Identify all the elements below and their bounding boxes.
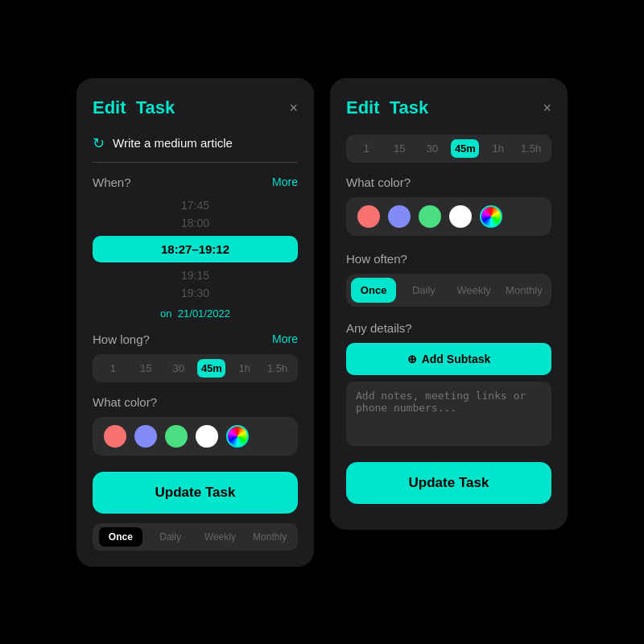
- add-subtask-label: Add Subtask: [422, 353, 491, 365]
- freq-once-left[interactable]: Once: [99, 527, 142, 547]
- r-duration-1[interactable]: 1: [353, 139, 381, 158]
- task-name-label: Write a medium article: [113, 136, 298, 150]
- color-rainbow-left[interactable]: [226, 425, 249, 448]
- r-freq-once[interactable]: Once: [351, 278, 396, 303]
- r-duration-30[interactable]: 30: [419, 139, 447, 158]
- freq-row-right: Once Daily Weekly Monthly: [346, 274, 551, 307]
- freq-monthly-left[interactable]: Monthly: [248, 527, 291, 547]
- time-item-1930: 19:30: [181, 285, 209, 301]
- color-red-left[interactable]: [104, 425, 126, 448]
- how-long-section-header: How long? More: [93, 332, 298, 346]
- update-task-button-left[interactable]: Update Task: [93, 472, 298, 514]
- r-duration-45m[interactable]: 45m: [451, 139, 479, 158]
- date-prefix: on: [160, 308, 171, 320]
- what-color-label-right: What color?: [346, 175, 551, 189]
- when-section-header: When? More: [93, 175, 298, 189]
- notes-textarea[interactable]: [346, 382, 551, 446]
- update-task-button-right[interactable]: Update Task: [346, 462, 551, 504]
- how-long-more-link[interactable]: More: [272, 332, 298, 345]
- duration-1-5h[interactable]: 1.5h: [263, 359, 291, 378]
- color-green-right[interactable]: [419, 205, 441, 228]
- duration-15[interactable]: 15: [132, 359, 160, 378]
- any-details-label: Any details?: [346, 321, 551, 335]
- color-row-right: [346, 197, 551, 236]
- frequency-row-left: Once Daily Weekly Monthly: [93, 523, 298, 551]
- left-panel-title: Edit Task: [93, 97, 175, 118]
- r-duration-1-5h[interactable]: 1.5h: [517, 139, 545, 158]
- time-scroll: 17:45 18:00 18:27–19:12 19:15 19:30: [93, 197, 298, 301]
- right-panel-header: Edit Task ×: [346, 97, 551, 118]
- title-task-text: Task: [136, 97, 175, 118]
- time-item-1800: 18:00: [181, 215, 209, 231]
- time-selected[interactable]: 18:27–19:12: [93, 236, 298, 262]
- r-duration-15[interactable]: 15: [386, 139, 414, 158]
- color-red-right[interactable]: [357, 205, 380, 228]
- color-purple-right[interactable]: [388, 205, 411, 228]
- duration-45m[interactable]: 45m: [197, 359, 225, 378]
- how-often-label: How often?: [346, 252, 551, 266]
- title-edit-text: Edit: [93, 97, 126, 118]
- right-title-task-text: Task: [390, 97, 429, 118]
- right-panel-title: Edit Task: [346, 97, 428, 118]
- add-subtask-button[interactable]: ⊕ Add Subtask: [346, 343, 551, 375]
- duration-row-right: 1 15 30 45m 1h 1.5h: [346, 134, 551, 163]
- duration-1h[interactable]: 1h: [230, 359, 258, 378]
- right-panel: Edit Task × 1 15 30 45m 1h 1.5h What col…: [330, 78, 568, 530]
- how-long-label: How long?: [93, 332, 150, 346]
- r-freq-monthly[interactable]: Monthly: [502, 278, 547, 303]
- left-panel: Edit Task × ↻ Write a medium article Whe…: [76, 78, 314, 567]
- color-white-left[interactable]: [196, 425, 218, 448]
- color-purple-left[interactable]: [134, 425, 157, 448]
- date-label: on 21/01/2022: [93, 308, 298, 320]
- color-row-left: [93, 417, 298, 456]
- when-label: When?: [93, 175, 131, 189]
- task-name-row: ↻ Write a medium article: [93, 134, 298, 163]
- any-details-section: Any details? ⊕ Add Subtask: [346, 321, 551, 446]
- time-item-1915: 19:15: [181, 267, 209, 283]
- duration-1[interactable]: 1: [99, 359, 127, 378]
- left-close-button[interactable]: ×: [289, 101, 298, 115]
- date-value[interactable]: 21/01/2022: [178, 308, 230, 320]
- r-duration-1h[interactable]: 1h: [484, 139, 512, 158]
- duration-row: 1 15 30 45m 1h 1.5h: [93, 354, 298, 382]
- time-item-1745: 17:45: [181, 197, 209, 213]
- freq-daily-left[interactable]: Daily: [149, 527, 192, 547]
- color-white-right[interactable]: [449, 205, 472, 228]
- r-freq-weekly[interactable]: Weekly: [452, 278, 497, 303]
- add-subtask-plus-icon: ⊕: [407, 353, 417, 365]
- color-green-left[interactable]: [165, 425, 188, 448]
- task-icon: ↻: [93, 134, 105, 152]
- left-panel-header: Edit Task ×: [93, 97, 298, 118]
- right-title-edit-text: Edit: [346, 97, 380, 118]
- duration-30[interactable]: 30: [165, 359, 193, 378]
- freq-weekly-left[interactable]: Weekly: [199, 527, 242, 547]
- what-color-label-left: What color?: [93, 395, 298, 409]
- r-freq-daily[interactable]: Daily: [401, 278, 446, 303]
- when-more-link[interactable]: More: [272, 175, 298, 188]
- right-close-button[interactable]: ×: [543, 101, 551, 115]
- how-often-section: How often? Once Daily Weekly Monthly: [346, 252, 551, 307]
- color-rainbow-right[interactable]: [480, 205, 502, 228]
